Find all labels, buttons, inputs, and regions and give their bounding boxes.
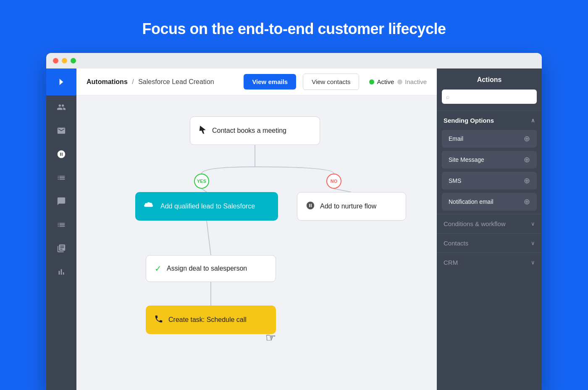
sidebar-item-contacts[interactable]: [46, 95, 76, 119]
breadcrumb: Automations / Salesforce Lead Creation: [87, 78, 237, 86]
view-emails-button[interactable]: View emails: [244, 74, 296, 90]
plus-icon-site-message: ⊕: [524, 155, 530, 164]
topbar: Automations / Salesforce Lead Creation V…: [76, 69, 437, 95]
right-panel: Actions ⌕ Sending Options ∧ Email ⊕ Site…: [437, 69, 542, 390]
node-salesforce[interactable]: Add qualified lead to Salesforce: [135, 192, 278, 221]
node-task-label: Create task: Schedule call: [168, 316, 247, 324]
inactive-dot: [397, 79, 402, 84]
no-label: NO: [331, 179, 338, 184]
search-input[interactable]: [442, 90, 537, 104]
badge-no: NO: [326, 174, 341, 189]
node-salesforce-label: Add qualified lead to Salesforce: [160, 203, 255, 210]
salesforce-icon: [144, 201, 155, 212]
sidebar: [46, 69, 76, 390]
sidebar-logo[interactable]: [46, 69, 76, 95]
node-assign-label: Assign deal to salesperson: [167, 265, 247, 272]
inactive-label: Inactive: [405, 78, 427, 85]
action-sms-label: SMS: [449, 177, 461, 184]
section-crm-label: CRM: [444, 259, 458, 266]
browser-window: Automations / Salesforce Lead Creation V…: [46, 53, 542, 390]
dot-red[interactable]: [53, 58, 58, 63]
action-notification-email[interactable]: Notification email ⊕: [442, 193, 537, 211]
status-active[interactable]: Active: [369, 78, 394, 85]
svg-line-1: [202, 189, 207, 192]
page-headline: Focus on the end-to-end customer lifecyc…: [142, 0, 446, 53]
plus-icon-sms: ⊕: [524, 176, 530, 185]
chevron-down-icon-contacts: ∨: [531, 240, 535, 246]
action-email-label: Email: [449, 135, 463, 142]
dot-yellow[interactable]: [62, 58, 67, 63]
section-contacts-label: Contacts: [444, 240, 468, 247]
node-assign[interactable]: ✓ Assign deal to salesperson: [146, 255, 276, 282]
section-sending-options-label: Sending Options: [444, 117, 494, 124]
chevron-up-icon: ∧: [531, 117, 535, 124]
canvas-area: Contact books a meeting YES NO: [76, 95, 437, 390]
chevron-down-icon-crm: ∨: [531, 259, 535, 266]
workflow-canvas: Contact books a meeting YES NO: [76, 95, 437, 390]
node-trigger[interactable]: Contact books a meeting: [190, 116, 320, 145]
node-nurture-label: Add to nurture flow: [320, 203, 376, 210]
breadcrumb-separator: /: [132, 78, 134, 85]
action-notification-email-label: Notification email: [449, 198, 494, 205]
view-contacts-button[interactable]: View contacts: [303, 74, 359, 90]
action-site-message-label: Site Message: [449, 156, 484, 163]
cursor-icon: [199, 126, 207, 136]
action-email[interactable]: Email ⊕: [442, 130, 537, 148]
sidebar-item-messages[interactable]: [46, 190, 76, 213]
section-sending-options: Sending Options ∧ Email ⊕ Site Message ⊕…: [437, 111, 542, 214]
section-sending-options-header[interactable]: Sending Options ∧: [437, 111, 542, 130]
section-conditions-header[interactable]: Conditions & workflow ∨: [437, 214, 542, 233]
svg-line-3: [207, 221, 211, 255]
status-group: Active Inactive: [369, 78, 427, 85]
panel-title: Actions: [437, 69, 542, 90]
plus-icon-notification-email: ⊕: [524, 197, 530, 206]
section-conditions: Conditions & workflow ∨: [437, 214, 542, 233]
nurture-icon: [306, 201, 315, 212]
sidebar-item-email[interactable]: [46, 119, 76, 142]
action-site-message[interactable]: Site Message ⊕: [442, 151, 537, 169]
section-contacts-header[interactable]: Contacts ∨: [437, 234, 542, 253]
active-label: Active: [377, 78, 394, 85]
node-task[interactable]: Create task: Schedule call: [146, 306, 276, 334]
sidebar-item-segments[interactable]: [46, 237, 76, 260]
badge-yes: YES: [194, 174, 209, 189]
sidebar-item-pipeline[interactable]: [46, 166, 76, 190]
chevron-down-icon-conditions: ∨: [531, 221, 535, 227]
breadcrumb-root[interactable]: Automations: [87, 78, 128, 85]
yes-label: YES: [197, 179, 206, 184]
sidebar-item-reports[interactable]: [46, 260, 76, 284]
section-contacts: Contacts ∨: [437, 233, 542, 253]
breadcrumb-current: Salesforce Lead Creation: [138, 78, 214, 85]
active-dot: [369, 79, 374, 84]
sidebar-item-automations[interactable]: [46, 142, 76, 166]
node-nurture[interactable]: Add to nurture flow: [297, 192, 406, 221]
main-content: Automations / Salesforce Lead Creation V…: [76, 69, 437, 390]
browser-chrome: [46, 53, 542, 69]
section-conditions-label: Conditions & workflow: [444, 220, 506, 227]
node-trigger-label: Contact books a meeting: [212, 127, 286, 134]
status-inactive[interactable]: Inactive: [397, 78, 427, 85]
plus-icon-email: ⊕: [524, 134, 530, 143]
search-box: ⌕: [442, 90, 537, 104]
dot-green[interactable]: [71, 58, 76, 63]
search-icon: ⌕: [446, 93, 449, 100]
action-sms[interactable]: SMS ⊕: [442, 172, 537, 190]
section-crm: CRM ∨: [437, 253, 542, 272]
app-container: Automations / Salesforce Lead Creation V…: [46, 69, 542, 390]
svg-line-2: [334, 189, 351, 192]
sidebar-item-lists[interactable]: [46, 213, 76, 237]
phone-icon: [154, 314, 163, 326]
check-icon: ✓: [155, 264, 162, 274]
section-crm-header[interactable]: CRM ∨: [437, 253, 542, 272]
